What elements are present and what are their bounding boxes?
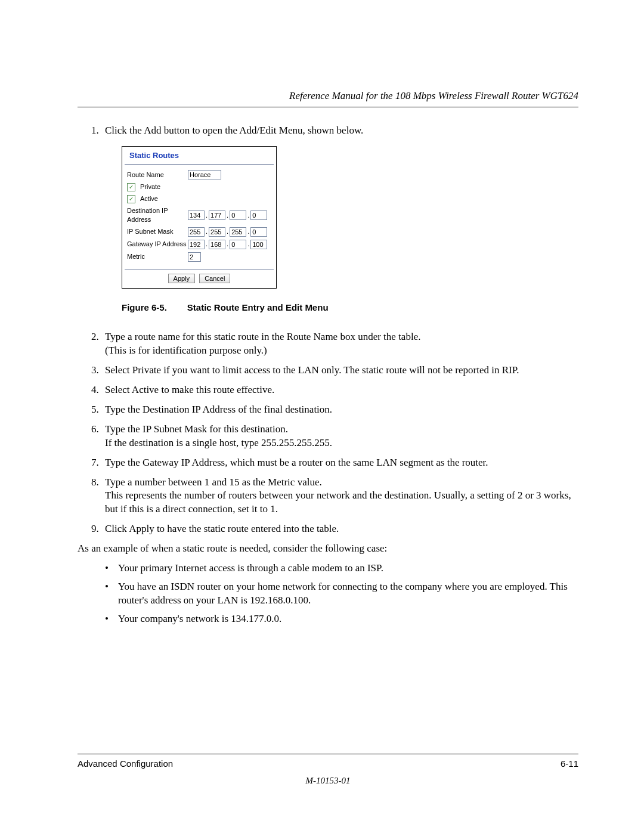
example-intro: As an example of when a static route is … [78,542,578,556]
gw-oct-3[interactable] [230,240,246,249]
static-routes-panel: Static Routes Route Name ✓ Private ✓ Ac [122,146,277,289]
private-checkbox[interactable]: ✓ [127,183,135,191]
label-private: Private [140,182,160,191]
step-7: Type the Gateway IP Address, which must … [101,456,578,470]
page-footer: Advanced Configuration 6-11 M-10153-01 [78,754,578,787]
footer-left: Advanced Configuration [78,758,173,770]
footer-right: 6-11 [561,758,578,770]
cancel-button[interactable]: Cancel [199,274,230,283]
label-gateway: Gateway IP Address [127,240,188,249]
active-checkbox[interactable]: ✓ [127,195,135,203]
figure-label: Figure 6-5. [122,302,167,312]
route-name-input[interactable] [188,170,221,179]
footer-docnum: M-10153-01 [78,775,578,786]
step-9: Click Apply to have the static route ent… [101,522,578,536]
gw-oct-4[interactable] [250,240,267,249]
label-active: Active [140,194,158,203]
label-subnet: IP Subnet Mask [127,227,188,236]
step-8-text-b: This represents the number of routers be… [105,490,571,515]
step-3: Select Private if you want to limit acce… [101,364,578,377]
step-1-text: Click the Add button to open the Add/Edi… [105,125,363,136]
step-1: Click the Add button to open the Add/Edi… [101,124,578,314]
dest-oct-4[interactable] [250,210,267,220]
step-8: Type a number between 1 and 15 as the Me… [101,476,578,517]
bullet-1: Your primary Internet access is through … [101,562,578,575]
step-5: Type the Destination IP Address of the f… [101,403,578,417]
step-4: Select Active to make this route effecti… [101,383,578,397]
dest-oct-1[interactable] [188,210,205,220]
panel-title: Static Routes [125,147,274,165]
gw-oct-2[interactable] [209,240,225,249]
step-6-text-a: Type the IP Subnet Mask for this destina… [105,423,288,435]
metric-input[interactable] [188,252,201,262]
dest-oct-2[interactable] [209,210,225,220]
step-2-text-a: Type a route name for this static route … [105,331,420,342]
mask-oct-1[interactable] [188,227,205,237]
label-route-name: Route Name [127,171,188,179]
figure-6-5: Static Routes Route Name ✓ Private ✓ Ac [122,146,578,314]
example-bullets: Your primary Internet access is through … [101,562,578,626]
mask-oct-3[interactable] [230,227,246,237]
step-2: Type a route name for this static route … [101,330,578,358]
page-header: Reference Manual for the 108 Mbps Wirele… [78,89,578,107]
step-6: Type the IP Subnet Mask for this destina… [101,423,578,450]
label-dest-ip: Destination IP Address [127,206,188,224]
figure-caption-text: Static Route Entry and Edit Menu [187,302,329,312]
figure-caption: Figure 6-5.Static Route Entry and Edit M… [122,302,578,314]
dest-oct-3[interactable] [230,210,246,220]
gw-oct-1[interactable] [188,240,205,249]
bullet-2: You have an ISDN router on your home net… [101,580,578,608]
label-metric: Metric [127,252,188,261]
bullet-3: Your company's network is 134.177.0.0. [101,612,578,626]
step-8-text-a: Type a number between 1 and 15 as the Me… [105,476,322,488]
mask-oct-2[interactable] [209,227,225,237]
instruction-list: Click the Add button to open the Add/Edi… [78,124,578,536]
step-6-text-b: If the destination is a single host, typ… [105,437,332,448]
step-2-text-b: (This is for identification purpose only… [105,345,267,356]
apply-button[interactable]: Apply [168,274,196,283]
mask-oct-4[interactable] [250,227,267,237]
